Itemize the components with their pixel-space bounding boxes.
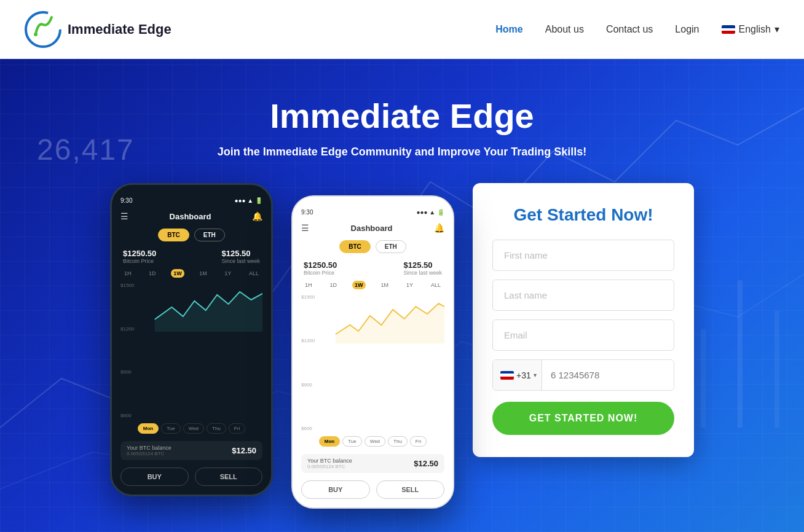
hamburger-icon-1: ☰ [120,211,128,221]
time-tabs-2: 1H 1D 1W 1M 1Y ALL [301,281,444,289]
header: Immediate Edge Home About us Contact us … [0,0,804,59]
time-1h-2[interactable]: 1H [302,281,315,289]
last-name-input[interactable] [492,280,674,311]
hero-section: 26,417 Immediate Edge Join the Immediate… [0,59,804,532]
hero-title: Immediate Edge [270,96,534,136]
phone-mockup-1: 9:30 ●●● ▲ 🔋 ☰ Dashboard 🔔 BTC ETH $1250… [110,183,273,496]
action-row-1: BUY SELL [120,467,262,486]
phone-input-row: +31 ▾ [492,359,674,391]
status-bar-1: 9:30 ●●● ▲ 🔋 [120,197,262,204]
thu-tab-1[interactable]: Thu [207,423,226,434]
tue-tab-1[interactable]: Tue [161,423,181,434]
btc-price-col-2: $1250.50 Bitcoin Price [304,260,337,276]
time-1d-2[interactable]: 1D [328,281,340,289]
sell-btn-2[interactable]: SELL [376,480,445,499]
eth-price-label-2: Since last week [403,270,442,276]
phone-header-1: ☰ Dashboard 🔔 [120,211,262,221]
flag-icon [722,25,735,34]
balance-row-1: Your BTC balance 0.005S5124 BTC $12.50 [120,441,262,460]
time-1: 9:30 [120,197,132,204]
time-1y-1[interactable]: 1Y [222,269,234,278]
nav-about[interactable]: About us [545,24,584,35]
bell-icon-1: 🔔 [252,211,262,221]
signup-form-card: Get Started Now! +31 ▾ GET STARTED NOW! [473,183,694,457]
chevron-down-icon: ▾ [774,23,779,35]
btc-price-value-2: $1250.50 [304,260,337,270]
balance-label-1: Your BTC balance [127,445,171,451]
nav-contact[interactable]: Contact us [606,24,653,35]
tue-tab-2[interactable]: Tue [342,436,362,447]
chart-area-2: $1500 $1200 $900 $600 [301,294,444,431]
btc-tab-1[interactable]: BTC [158,229,189,241]
buy-btn-2[interactable]: BUY [301,480,370,499]
email-input[interactable] [492,319,674,351]
phone-prefix-chevron: ▾ [534,372,537,378]
balance-sub-2: 0.005S5124 BTC [307,464,352,469]
mon-tab-1[interactable]: Mon [138,423,159,434]
bell-icon-2: 🔔 [434,223,444,233]
price-row-2: $1250.50 Bitcoin Price $125.50 Since las… [301,260,444,276]
sell-btn-1[interactable]: SELL [195,467,263,486]
time-1h-1[interactable]: 1H [122,269,134,278]
btc-price-col-1: $1250.50 Bitcoin Price [123,249,156,264]
time-1w-2[interactable]: 1W [352,281,366,289]
svg-point-1 [34,33,37,36]
chart-labels-1: $1500 $1200 $900 $600 [120,283,134,418]
balance-value-1: $12.50 [232,446,256,455]
time-all-1[interactable]: ALL [246,269,261,278]
eth-price-col-2: $125.50 Since last week [403,260,442,276]
eth-price-label-1: Since last week [221,258,260,264]
nav-home[interactable]: Home [495,24,522,35]
btc-price-label-1: Bitcoin Price [123,258,156,264]
netherlands-flag [500,371,514,380]
price-row-1: $1250.50 Bitcoin Price $125.50 Since las… [120,249,262,264]
coin-tabs-2: BTC ETH [301,240,444,253]
form-title: Get Started Now! [492,205,674,225]
language-selector[interactable]: English ▾ [722,23,779,35]
time-1d-1[interactable]: 1D [146,269,159,278]
first-name-input[interactable] [492,240,674,271]
chart-labels-2: $1500 $1200 $900 $600 [301,294,315,431]
main-nav: Home About us Contact us Login English ▾ [495,23,779,35]
time-all-2[interactable]: ALL [428,281,443,289]
signal-icons-1: ●●● ▲ 🔋 [234,197,262,204]
signal-icons-2: ●●● ▲ 🔋 [416,209,444,216]
logo-area: Immediate Edge [25,11,171,48]
hero-subtitle: Join the Immediate Edge Community and Im… [218,146,586,158]
nav-login[interactable]: Login [675,24,699,35]
balance-label-2: Your BTC balance [307,458,352,464]
eth-price-value-1: $125.50 [221,249,260,258]
svg-point-0 [26,12,60,47]
btc-price-label-2: Bitcoin Price [304,270,337,276]
eth-tab-1[interactable]: ETH [194,229,225,241]
time-2: 9:30 [301,209,313,216]
wed-tab-1[interactable]: Wed [183,423,204,434]
time-tabs-1: 1H 1D 1W 1M 1Y ALL [120,269,262,278]
logo-text: Immediate Edge [68,22,171,37]
phone-prefix[interactable]: +31 ▾ [493,360,542,390]
phone-country-code: +31 [516,370,531,380]
phone-chart-1 [120,283,262,332]
fri-tab-1[interactable]: Fri [229,423,245,434]
time-1m-2[interactable]: 1M [378,281,391,289]
balance-sub-1: 0.005S5124 BTC [127,451,171,456]
mon-tab-2[interactable]: Mon [319,436,340,447]
buy-btn-1[interactable]: BUY [120,467,189,486]
time-1m-1[interactable]: 1M [197,269,210,278]
wed-tab-2[interactable]: Wed [365,436,385,447]
action-row-2: BUY SELL [301,480,444,499]
time-1w-1[interactable]: 1W [171,269,184,278]
btc-tab-2[interactable]: BTC [339,240,371,253]
phone-notch-1 [167,185,216,195]
time-1y-2[interactable]: 1Y [404,281,416,289]
language-label: English [739,24,771,35]
fri-tab-2[interactable]: Fri [410,436,427,447]
phone-mockup-2: 9:30 ●●● ▲ 🔋 ☰ Dashboard 🔔 BTC ETH $1250… [291,195,454,509]
eth-tab-2[interactable]: ETH [376,240,406,253]
btc-price-value-1: $1250.50 [123,249,156,258]
submit-button[interactable]: GET STARTED NOW! [492,402,674,435]
balance-row-2: Your BTC balance 0.005S5124 BTC $12.50 [301,454,444,473]
phone-number-input[interactable] [542,360,674,390]
logo-icon [25,11,61,48]
thu-tab-2[interactable]: Thu [388,436,408,447]
